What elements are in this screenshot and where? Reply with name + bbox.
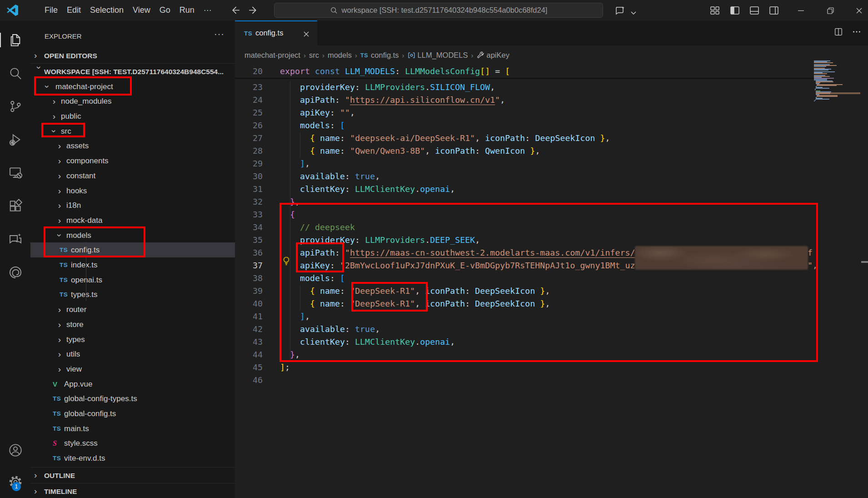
menu-run[interactable]: Run [175,0,199,20]
back-arrow[interactable] [230,5,241,16]
line-number: 41 [235,310,263,323]
overview-ruler-cursor [861,261,868,263]
sticky-scroll-shadow [235,78,814,80]
tree-item-index.ts[interactable]: TSindex.ts [30,257,235,272]
line-number: 31 [235,183,263,196]
code-line-45[interactable]: 45]; [235,361,868,374]
line-number: 42 [235,323,263,336]
activity-remote-explorer[interactable] [0,158,30,187]
code-line-29[interactable]: 29 ], [235,157,868,170]
menu-view[interactable]: View [128,0,155,20]
close-button[interactable] [851,3,867,18]
tree-item-types.ts[interactable]: TStypes.ts [30,287,235,302]
tree-item-node-modules[interactable]: ›node_modules [30,94,235,109]
tree-item-components[interactable]: ›components [30,153,235,168]
minimap[interactable] [814,60,861,115]
section-open-editors[interactable]: ›OPEN EDITORS [30,47,235,64]
tree-item-assets[interactable]: ›assets [30,138,235,153]
ts-file-icon: TS [53,391,61,406]
tree-item-utils[interactable]: ›utils [30,347,235,362]
sticky-scroll-line[interactable]: 20export const LLM_MODELS: LLMModelsConf… [235,65,814,78]
menu-go[interactable]: Go [155,0,175,20]
tree-item-mock-data[interactable]: ›mock-data [30,213,235,228]
breadcrumb-LLM_MODELS[interactable]: LLM_MODELS [408,51,468,60]
tree-item-vite-env.d.ts[interactable]: TSvite-env.d.ts [30,451,235,466]
editor-more-actions-icon[interactable] [852,27,862,37]
tree-item-App.vue[interactable]: VApp.vue [30,377,235,392]
menu-selection[interactable]: Selection [85,0,128,20]
activity-settings[interactable]: 1 [0,468,30,497]
code-line-24[interactable]: 24 apiPath: "https://api.siliconflow.cn/… [235,94,868,106]
code-line-27[interactable]: 27 { name: "deepseek-ai/DeepSeek-R1", ic… [235,132,868,145]
line-number: 43 [235,336,263,348]
line-number: 35 [235,234,263,246]
tree-item-public[interactable]: ›public [30,109,235,124]
tab-config-ts[interactable]: TS config.ts [235,20,317,45]
chevron-collapsed-icon: › [55,332,64,347]
code-line-31[interactable]: 31 clientKey: LLMClientKey.openai, [235,183,868,196]
chevron-collapsed-icon: › [55,302,64,317]
code-line-26[interactable]: 26 models: [ [235,119,868,132]
restore-button[interactable] [823,3,838,18]
breadcrumb-matechat-project[interactable]: matechat-project [244,51,300,60]
activity-extensions[interactable] [0,191,30,221]
chevron-collapsed-icon: › [55,317,64,332]
activity-explorer[interactable] [0,25,30,55]
toggle-sidebar-icon[interactable] [729,5,740,16]
tab-close-icon[interactable] [301,29,311,39]
code-line-46[interactable]: 46 [235,374,868,387]
ts-file-icon: TS [60,257,68,272]
activity-bar: 1 [0,20,30,498]
line-number: 30 [235,170,263,183]
forward-arrow[interactable] [247,5,259,16]
section-outline[interactable]: ›OUTLINE [30,468,235,483]
explorer-more-actions-icon[interactable]: ··· [214,29,224,39]
tree-item-store[interactable]: ›store [30,317,235,332]
chevron-down-icon[interactable] [630,7,637,18]
annotation-box-src [41,123,85,137]
tree-item-view[interactable]: ›view [30,362,235,377]
activity-account[interactable] [0,436,30,465]
breadcrumb-models[interactable]: models [328,51,352,60]
tree-item-global-config.ts[interactable]: TSglobal-config.ts [30,406,235,421]
chevron-collapsed-icon: › [55,347,64,362]
code-line-28[interactable]: 28 { name: "Qwen/Qwen3-8B", iconPath: Qw… [235,145,868,157]
minimize-button[interactable] [793,3,808,18]
menu-[interactable]: ··· [199,0,216,20]
tree-item-i18n[interactable]: ›i18n [30,198,235,213]
tree-item-openai.ts[interactable]: TSopenai.ts [30,272,235,287]
activity-source-control[interactable] [0,92,30,121]
copilot-chat-icon[interactable] [614,5,625,16]
breadcrumb: matechat-project›src›models›TSconfig.ts›… [235,45,868,65]
activity-search[interactable] [0,59,30,88]
code-line-30[interactable]: 30 available: true, [235,170,868,183]
symbol-array-icon [408,51,415,59]
menu-edit[interactable]: Edit [62,0,85,20]
tree-item-constant[interactable]: ›constant [30,168,235,183]
code-line-23[interactable]: 23 providerKey: LLMProviders.SILICON_FLO… [235,81,868,94]
line-number: 40 [235,297,263,310]
toggle-secondary-sidebar-icon[interactable] [768,5,779,16]
annotation-box-matechat-project [34,76,132,96]
activity-chat[interactable] [0,225,30,254]
ts-file-icon: TS [60,287,68,302]
code-line-25[interactable]: 25 apiKey: "", [235,106,868,119]
breadcrumb-apiKey[interactable]: apiKey [477,51,509,60]
customize-layout-icon[interactable] [709,5,720,16]
menu-file[interactable]: File [40,0,62,20]
activity-run-debug[interactable] [0,125,30,154]
breadcrumb-src[interactable]: src [309,51,319,60]
tree-item-router[interactable]: ›router [30,302,235,317]
annotation-box-deepseek-r1 [351,282,428,312]
tree-item-style.scss[interactable]: Sstyle.scss [30,436,235,451]
tree-item-hooks[interactable]: ›hooks [30,183,235,198]
toggle-panel-icon[interactable] [749,5,760,16]
section-timeline[interactable]: ›TIMELINE [30,483,235,498]
activity-ai-assistant[interactable] [0,258,30,287]
command-center-search[interactable]: workspace [SSH: test.d257117640324b948c5… [274,3,603,18]
tree-item-global-config-types.ts[interactable]: TSglobal-config-types.ts [30,391,235,406]
tree-item-main.ts[interactable]: TSmain.ts [30,421,235,436]
split-editor-icon[interactable] [833,27,843,37]
breadcrumb-config.ts[interactable]: TSconfig.ts [360,51,399,60]
tree-item-types[interactable]: ›types [30,332,235,347]
